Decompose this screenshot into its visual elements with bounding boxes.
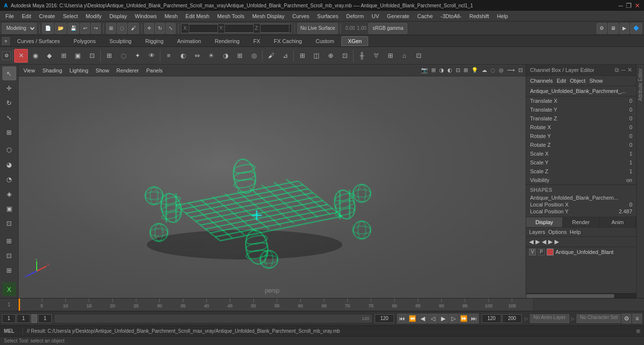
- script-icon[interactable]: ⊞: [636, 328, 640, 334]
- show-btn[interactable]: Show: [589, 78, 603, 84]
- move-tool[interactable]: ✛: [144, 23, 154, 34]
- color-space-btn[interactable]: sRGB gamma: [368, 23, 407, 34]
- tab-sculpting[interactable]: Sculpting: [103, 36, 138, 46]
- mode-dropdown[interactable]: Modeling: [2, 23, 37, 34]
- attr-translate-y[interactable]: Translate Y 0: [526, 105, 636, 114]
- menu-redshift[interactable]: Redshift: [466, 12, 492, 20]
- char-set-dropdown[interactable]: No Character Set: [577, 314, 621, 323]
- layer-color-swatch[interactable]: [547, 249, 554, 255]
- sculpt-btn[interactable]: ⊿: [278, 49, 292, 63]
- anim-ops-btn[interactable]: ◫: [310, 49, 323, 63]
- render-tab[interactable]: Render: [563, 217, 600, 227]
- rotate-tool-btn[interactable]: ↻: [2, 96, 16, 110]
- attr-rotate-y[interactable]: Rotate Y 0: [526, 132, 636, 140]
- layer-add-btn[interactable]: ▶: [555, 238, 559, 245]
- end-time-field[interactable]: [502, 314, 522, 323]
- select-tool[interactable]: ⊞: [106, 23, 116, 34]
- xray-btn[interactable]: ☀: [204, 49, 218, 63]
- vp-wireframe-icon[interactable]: ⊞: [430, 66, 437, 74]
- object-btn[interactable]: Object: [570, 78, 585, 84]
- vp-menu-shading[interactable]: Shading: [40, 67, 65, 74]
- menu-mesh-display[interactable]: Mesh Display: [249, 12, 288, 20]
- ipr-btn[interactable]: 🔷: [630, 23, 642, 34]
- attr-scale-z[interactable]: Scale Z 1: [526, 167, 636, 176]
- play-back-btn[interactable]: ◁: [428, 314, 438, 323]
- tab-xgen[interactable]: XGen: [341, 36, 368, 46]
- display-tab[interactable]: Display: [526, 217, 563, 227]
- object-mode-btn[interactable]: ✕: [14, 49, 28, 63]
- anim-layer-dropdown[interactable]: No Anim Layer: [530, 314, 569, 323]
- step-back-btn[interactable]: ⏪: [407, 314, 417, 323]
- attr-translate-x[interactable]: Translate X 0: [526, 96, 636, 105]
- no-live-surface[interactable]: No Live Surface: [297, 23, 338, 34]
- xgen-icon1[interactable]: ╫: [355, 49, 369, 63]
- layer-fwd-btn[interactable]: ▶: [535, 238, 540, 245]
- xgen-icon2[interactable]: ⩔: [369, 49, 383, 63]
- frame-start-field[interactable]: [2, 314, 16, 323]
- render-settings-btn[interactable]: ⚙: [597, 23, 607, 34]
- menu-edit[interactable]: Edit: [19, 12, 35, 20]
- layer-type-toggle[interactable]: P: [538, 249, 545, 255]
- save-scene-button[interactable]: 💾: [67, 23, 79, 34]
- xgen-icon5[interactable]: ⊡: [412, 49, 425, 63]
- tab-fx-caching[interactable]: FX Caching: [267, 36, 308, 46]
- channels-btn[interactable]: Channels: [530, 78, 553, 84]
- menu-3dto[interactable]: -3DtoAll-: [437, 12, 465, 20]
- uv-mode-btn[interactable]: ⊡: [85, 49, 99, 63]
- vp-ao-icon[interactable]: ◌: [489, 66, 496, 74]
- frame-current-field[interactable]: [17, 314, 30, 323]
- shape-item[interactable]: Antique_Unfolded_Blank_Parchem...: [530, 194, 632, 201]
- local-pos-x[interactable]: Local Position X 0: [530, 201, 632, 208]
- display-layer-btn[interactable]: ≡: [162, 49, 176, 63]
- redo-button[interactable]: ↪: [91, 23, 101, 34]
- paint-ops-btn[interactable]: 🖌: [264, 49, 278, 63]
- edge-mode-btn[interactable]: ⊞: [57, 49, 70, 63]
- layer-help-btn[interactable]: Help: [570, 229, 581, 235]
- layer-edit-btn[interactable]: ⊞: [2, 234, 16, 248]
- tab-custom[interactable]: Custom: [310, 36, 341, 46]
- layer-back2-btn[interactable]: ◀: [542, 238, 546, 245]
- layer-vis-toggle[interactable]: V: [529, 249, 536, 255]
- material-btn[interactable]: ◑: [219, 49, 232, 63]
- close-button[interactable]: ✕: [635, 2, 640, 9]
- xform-btn[interactable]: ⊡: [338, 49, 352, 63]
- attr-rotate-x[interactable]: Rotate X 0: [526, 123, 636, 132]
- max-frame-field[interactable]: [375, 314, 394, 323]
- timeline[interactable]: 1 5 10 15 20 25 30 35 40 45 5: [0, 298, 644, 311]
- layer-fwd2-btn[interactable]: ▶: [548, 238, 553, 245]
- go-end-btn[interactable]: ⏭: [469, 314, 479, 323]
- component-mode-btn[interactable]: ◉: [28, 49, 42, 63]
- menu-surfaces[interactable]: Surfaces: [314, 12, 342, 20]
- vp-grid-icon[interactable]: ⊡: [455, 66, 461, 74]
- layer-options-btn[interactable]: Options: [548, 229, 567, 235]
- render-view-btn[interactable]: 🖥: [608, 23, 619, 34]
- scale-tool[interactable]: ⤡: [166, 23, 176, 34]
- wireframe-btn[interactable]: ⊞: [233, 49, 246, 63]
- attr-rotate-z[interactable]: Rotate Z 0: [526, 140, 636, 149]
- vp-menu-renderer[interactable]: Renderer: [113, 67, 142, 74]
- layer-scrollbar[interactable]: [526, 293, 636, 298]
- layer-ops-btn[interactable]: ⊞: [295, 49, 309, 63]
- menu-file[interactable]: File: [2, 12, 18, 20]
- max-time-field[interactable]: [482, 314, 501, 323]
- universal-manip-btn[interactable]: ⊞: [2, 125, 16, 139]
- snap-view-btn[interactable]: 👁: [145, 49, 158, 63]
- menu-deform[interactable]: Deform: [343, 12, 367, 20]
- last-tool-btn[interactable]: ⊡: [2, 216, 16, 230]
- layer-item[interactable]: V P Antique_Unfolded_Blant: [526, 247, 636, 257]
- layer-back-btn[interactable]: ◀: [529, 238, 533, 245]
- menu-cache[interactable]: Cache: [414, 12, 436, 20]
- frame-num-field[interactable]: [38, 314, 52, 323]
- menu-generate[interactable]: Generate: [383, 12, 413, 20]
- vp-menu-show[interactable]: Show: [93, 67, 112, 74]
- anim-layers-btn[interactable]: ≡: [632, 314, 642, 323]
- lasso-sel-btn[interactable]: ⬡: [2, 143, 16, 157]
- vp-udim-icon[interactable]: ⊞: [463, 66, 469, 74]
- paint-select[interactable]: 🖌: [128, 23, 139, 34]
- local-pos-y[interactable]: Local Position Y 2.487: [530, 208, 632, 215]
- vp-shadow-icon[interactable]: ☁: [481, 66, 488, 74]
- snap-grid-btn[interactable]: ⊞: [102, 49, 116, 63]
- prev-frame-btn[interactable]: ◀: [418, 314, 427, 323]
- toolbar-settings-btn[interactable]: ⚙: [2, 51, 11, 60]
- menu-display[interactable]: Display: [106, 12, 131, 20]
